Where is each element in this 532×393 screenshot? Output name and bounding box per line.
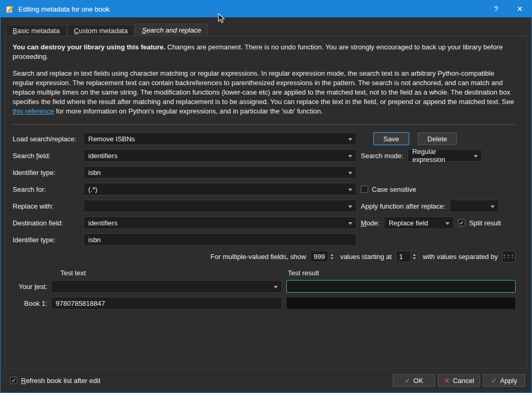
checkbox-unchecked-icon [361,185,368,193]
identifier-type-dest-input[interactable]: isbn [84,233,357,246]
label-part: ield: [38,152,50,160]
cross-icon: ✕ [444,377,450,385]
spinner-arrows[interactable] [328,251,336,262]
form-row-destination-field: Destination field: identifiers Mode: Rep… [13,216,516,229]
edit-metadata-icon [6,5,14,13]
destination-field-value: identifiers [88,219,118,227]
dialog-buttons: ✓ OK ✕ Cancel ✓ Apply [393,374,525,387]
label-part: Search [13,152,36,160]
tab-widget: Basic metadata Custom metadata Search an… [5,24,527,368]
check-icon: ✓ [491,377,497,385]
search-field-combo[interactable]: identifiers [84,149,357,162]
your-test-combo[interactable] [51,280,282,293]
load-buttons-group: Save Delete [361,132,516,145]
chevron-down-icon [348,189,352,191]
search-field-value: identifiers [88,152,118,160]
case-sensitive-group: Case sensitive [361,185,516,193]
label-part: est: [36,283,47,291]
tab-label-part: asic metadata [17,27,60,35]
ok-button[interactable]: ✓ OK [393,374,435,387]
form-row-replace-with: Replace with: Apply function after repla… [13,200,516,212]
chevron-down-icon [491,205,495,208]
horizontal-separator [13,125,515,126]
tab-label-part: S [142,26,147,34]
mode-group: Mode: Replace field ✓ Split result [361,216,516,229]
case-sensitive-checkbox[interactable]: Case sensitive [361,185,416,193]
search-for-combo[interactable]: (.*) [84,183,357,195]
your-test-row: Your test: [13,280,516,293]
spin-up-icon[interactable] [413,254,416,256]
mode-value: Replace field [389,219,428,227]
apply-function-group: Apply function after replace: [361,200,516,212]
form-row-search-for: Search for: (.*) Case sensitive [13,183,516,195]
identifier-type-combo[interactable]: isbn [84,166,357,179]
delete-button[interactable]: Delete [418,132,457,145]
form-row-load: Load search/replace: Remove ISBNs Save D… [13,132,516,145]
chevron-down-icon [274,286,278,288]
your-test-result-field[interactable] [286,280,516,293]
chevron-down-icon [348,138,352,141]
chevron-down-icon [445,222,450,225]
spinner-value: 999 [311,251,328,262]
multi-start-spinner[interactable]: 1 [396,251,419,262]
mouse-cursor [218,13,225,25]
chevron-down-icon [348,205,352,208]
identifier-type-label: Identifier type: [13,169,84,177]
values-separator-button[interactable]: ::: [502,251,515,263]
spin-up-icon[interactable] [330,254,333,256]
book1-test-value: 9780785818847 [56,299,105,307]
window-title: Editing metadata for one book [18,5,109,13]
label-part: ode: [367,219,380,227]
replace-with-label: Replace with: [13,202,84,210]
apply-function-label: Apply function after replace: [361,202,445,210]
form-row-identifier-type-dest: Identifier type: isbn [13,233,516,246]
label-part: Your [19,283,35,291]
mode-combo[interactable]: Replace field [384,216,454,229]
warning-bold: You can destroy your library using this … [13,43,165,51]
split-result-checkbox[interactable]: ✓ Split result [458,219,501,227]
load-search-replace-combo[interactable]: Remove ISBNs [84,132,357,145]
cancel-button[interactable]: ✕ Cancel [438,374,480,387]
chevron-down-icon [348,222,352,225]
search-replace-panel: You can destroy your library using this … [5,36,527,368]
help-button[interactable]: ? [484,1,508,17]
this-reference-link[interactable]: this reference [13,107,54,115]
apply-button[interactable]: ✓ Apply [483,374,525,387]
search-field-label: Search field: [13,152,84,160]
destination-field-label: Destination field: [13,219,84,227]
identifier-type-dest-label: Identifier type: [13,236,84,244]
tab-search-and-replace[interactable]: Search and replace [135,24,208,36]
load-search-replace-label: Load search/replace: [13,135,84,143]
test-headers: Test text Test result [13,269,516,277]
spin-down-icon[interactable] [330,257,333,260]
label-part: R [21,377,26,385]
spinner-arrows[interactable] [410,251,418,262]
multi-start-label: values starting at [340,253,392,261]
save-button[interactable]: Save [373,132,409,145]
book1-label: Book 1: [13,299,47,307]
apply-function-combo[interactable] [450,200,499,212]
identifier-type-dest-value: isbn [88,236,101,244]
tab-label-part: B [13,27,17,35]
cancel-label: Cancel [453,377,474,385]
multi-show-spinner[interactable]: 999 [310,251,336,262]
test-result-header: Test result [286,269,319,277]
tab-label-part: C [74,27,79,35]
refresh-book-list-checkbox[interactable]: ✓ Refresh book list after edit [10,377,100,385]
spin-down-icon[interactable] [413,257,416,260]
label-part: M [361,219,367,227]
tab-custom-metadata[interactable]: Custom metadata [67,25,135,36]
close-button[interactable]: ✕ [508,1,531,17]
mode-label: Mode: [361,219,380,227]
replace-with-combo[interactable] [84,200,357,212]
book1-test-input[interactable]: 9780785818847 [51,297,282,309]
tab-basic-metadata[interactable]: Basic metadata [6,25,67,36]
description-part: Search and replace in text fields using … [13,69,514,106]
titlebar: Editing metadata for one book ? ✕ [1,1,531,17]
warning-text: You can destroy your library using this … [13,43,516,61]
refresh-book-list-label: Refresh book list after edit [21,377,100,385]
search-mode-value: Regular expression [412,148,470,163]
destination-field-combo[interactable]: identifiers [84,216,357,229]
search-mode-combo[interactable]: Regular expression [408,149,482,162]
multi-show-label: For multiple-valued fields, show [211,253,306,261]
